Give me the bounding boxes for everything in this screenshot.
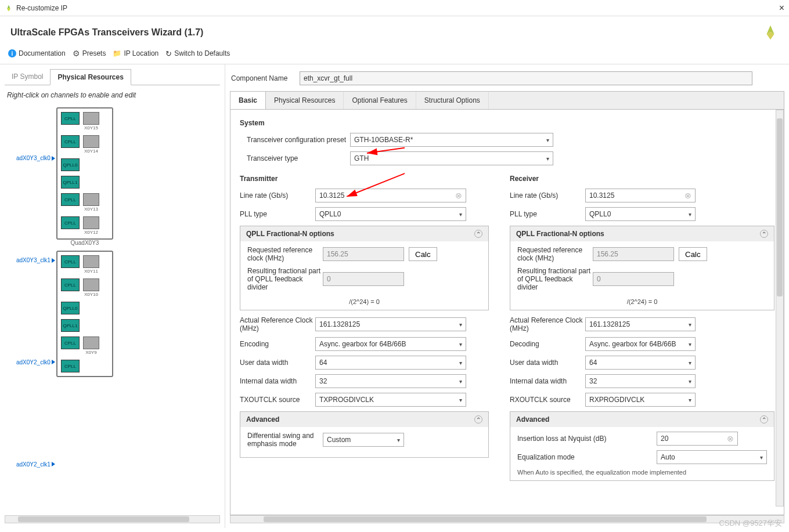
tx-aref-select[interactable]: 161.1328125▾ [315,317,466,331]
chip-cpll[interactable]: CPLL [61,193,80,206]
rx-reqref-input: 156.25 [593,247,674,261]
rx-calc-button[interactable]: Calc [679,247,707,261]
tx-reqref-label: Requested reference clock (MHz) [247,246,323,262]
tx-result-label: Resulting fractional part of QPLL feedba… [247,267,323,291]
chip-cpll[interactable]: CPLL [61,278,80,291]
collapse-icon[interactable]: ⌃ [474,230,482,238]
chip-qpll1[interactable]: QPLL1 [61,319,80,332]
left-scrollbar-h[interactable] [5,515,220,523]
rx-dec-label: Decoding [510,340,585,348]
channel-box[interactable] [83,216,99,229]
toolbar: iDocumentation ⚙Presets 📁IP Location ↻Sw… [0,45,789,64]
tab-basic[interactable]: Basic [230,92,266,109]
collapse-icon[interactable]: ⌃ [760,415,768,424]
tx-udw-label: User data width [240,359,315,367]
preset-select[interactable]: GTH-10GBASE-R*▾ [350,133,553,147]
tx-formula: /(2^24) = 0 [247,296,481,305]
chip-cpll[interactable]: CPLL [61,336,80,349]
rx-aref-select[interactable]: 161.1328125▾ [585,317,696,331]
tx-enc-select[interactable]: Async. gearbox for 64B/66B▾ [315,337,466,351]
tx-frac-title: QPLL Fractional-N options [246,230,334,238]
rx-formula: /(2^24) = 0 [517,296,767,305]
tab-physical[interactable]: Physical Resources [266,92,344,109]
quad-block[interactable]: CPLLX0Y11 CPLLX0Y10 QPLL0 QPLL1 CPLLX0Y9… [56,251,113,377]
system-title: System [240,119,774,127]
tx-udw-select[interactable]: 64▾ [315,356,466,370]
chip-cpll[interactable]: CPLL [61,360,80,372]
rx-udw-select[interactable]: 64▾ [585,356,696,370]
config-tabs: Basic Physical Resources Optional Featur… [230,91,784,110]
chip-cpll[interactable]: CPLL [61,112,80,125]
chip-qpll0[interactable]: QPLL0 [61,158,80,171]
close-button[interactable]: × [779,3,784,13]
rx-aref-label: Actual Reference Clock (MHz) [510,316,585,332]
page-title: UltraScale FPGAs Transceivers Wizard (1.… [10,27,203,38]
chip-qpll1[interactable]: QPLL1 [61,176,80,189]
chip-cpll[interactable]: CPLL [61,255,80,268]
component-name-label: Component Name [231,74,295,82]
tab-optional[interactable]: Optional Features [344,92,416,109]
rx-udw-label: User data width [510,359,585,367]
rx-outclk-label: RXOUTCLK source [510,396,585,404]
clear-icon[interactable]: ⊗ [684,191,691,200]
rx-pll-label: PLL type [510,210,585,218]
channel-diagram[interactable]: adX0Y3_clk0 adX0Y3_clk1 adX0Y2_clk0 adX0… [5,105,220,515]
tx-pll-label: PLL type [240,210,315,218]
gear-icon: ⚙ [73,49,80,58]
channel-box[interactable] [83,336,99,349]
tab-structural[interactable]: Structural Options [416,92,489,109]
presets-link[interactable]: ⚙Presets [73,49,106,58]
tx-outclk-select[interactable]: TXPROGDIVCLK▾ [315,393,466,407]
titlebar: Re-customize IP × [0,0,789,16]
right-panel: Component Name eth_xcvr_gt_full Basic Ph… [225,64,789,528]
tab-ip-symbol[interactable]: IP Symbol [5,69,50,85]
channel-box[interactable] [83,278,99,291]
rx-result-label: Resulting fractional part of QPLL feedba… [517,267,593,291]
rx-linerate-input[interactable]: 10.3125⊗ [585,189,696,202]
info-icon: i [8,49,16,57]
channel-box[interactable] [83,255,99,268]
tx-swing-select[interactable]: Custom▾ [323,433,404,447]
chip-cpll[interactable]: CPLL [61,135,80,148]
rx-dec-select[interactable]: Async. gearbox for 64B/66B▾ [585,337,696,351]
tx-pll-select[interactable]: QPLL0▾ [315,207,466,221]
documentation-link[interactable]: iDocumentation [8,49,66,57]
clk-label: adX0Y3_clk0 [16,155,55,161]
clear-icon[interactable]: ⊗ [727,434,734,443]
collapse-icon[interactable]: ⌃ [760,230,768,238]
panel-scrollbar-h[interactable] [230,515,784,523]
tx-reqref-input: 156.25 [323,247,404,261]
ip-location-link[interactable]: 📁IP Location [113,49,158,57]
preset-label: Transceiver configuration preset [247,136,350,144]
quad-block[interactable]: CPLLX0Y15 CPLLX0Y14 QPLL0 QPLL1 CPLLX0Y1… [56,107,113,240]
rx-eqmode-select[interactable]: Auto▾ [657,450,767,464]
transceiver-type-label: Transceiver type [247,154,350,162]
component-name-input[interactable]: eth_xcvr_gt_full [300,71,752,85]
tx-calc-button[interactable]: Calc [409,247,437,261]
watermark: CSDN @9527华安 [719,518,782,528]
rx-pll-select[interactable]: QPLL0▾ [585,207,696,221]
clk-label: adX0Y3_clk1 [16,257,55,263]
clear-icon[interactable]: ⊗ [455,191,462,200]
tx-idw-select[interactable]: 32▾ [315,374,466,388]
collapse-icon[interactable]: ⌃ [474,415,482,424]
rx-insloss-input[interactable]: 20⊗ [657,432,738,446]
rx-idw-select[interactable]: 32▾ [585,374,696,388]
panel-scrollbar-v[interactable] [776,110,784,506]
chip-qpll0[interactable]: QPLL0 [61,302,80,314]
tx-linerate-label: Line rate (Gb/s) [240,191,315,200]
tab-physical-resources[interactable]: Physical Resources [50,69,131,85]
chip-cpll[interactable]: CPLL [61,216,80,229]
rx-outclk-select[interactable]: RXPROGDIVCLK▾ [585,393,696,407]
switch-defaults-link[interactable]: ↻Switch to Defaults [165,49,230,58]
tx-linerate-input[interactable]: 10.3125⊗ [315,189,466,202]
tx-adv-title: Advanced [246,415,279,424]
channel-box[interactable] [83,135,99,148]
rx-eqmode-label: Equalization mode [517,453,657,461]
clk-label: adX0Y2_clk1 [16,461,55,468]
transceiver-type-select[interactable]: GTH▾ [350,151,553,165]
rx-idw-label: Internal data width [510,377,585,385]
channel-box[interactable] [83,112,99,125]
channel-box[interactable] [83,193,99,206]
tx-outclk-label: TXOUTCLK source [240,396,315,404]
